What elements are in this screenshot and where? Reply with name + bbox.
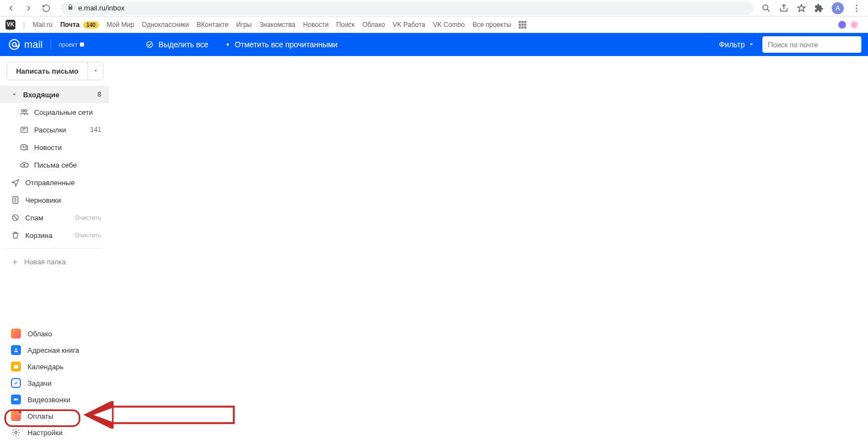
browser-menu-icon[interactable]	[851, 3, 861, 13]
contacts-icon	[11, 345, 21, 355]
svg-point-19	[15, 431, 17, 434]
bm-vkcombo[interactable]: VK Combo	[433, 21, 465, 29]
people-icon	[20, 108, 29, 116]
logo-text: mail	[24, 39, 43, 51]
folder-trash[interactable]: Корзина Очистить	[0, 226, 109, 244]
share-icon[interactable]	[779, 3, 789, 13]
star-icon[interactable]	[796, 3, 806, 13]
bm-mailru[interactable]: Mail.ru	[32, 21, 52, 29]
folder-count: 8	[97, 91, 101, 98]
logo-separator	[51, 40, 51, 49]
app-contacts[interactable]: Адресная книга	[0, 342, 109, 358]
message-list-area	[109, 56, 868, 444]
folder-spam[interactable]: Спам Очистить	[0, 209, 109, 226]
folder-count: 141	[90, 126, 101, 134]
folder-label: Отправленные	[25, 179, 101, 187]
bm-oblako[interactable]: Облако	[362, 21, 385, 29]
spam-icon	[11, 213, 20, 222]
folder-label: Входящие	[23, 91, 92, 99]
app-settings[interactable]: Настройки	[0, 424, 109, 441]
app-label: Облако	[28, 330, 52, 338]
address-bar[interactable]: e.mail.ru/inbox	[61, 2, 754, 15]
folder-sent[interactable]: Отправленные	[0, 174, 109, 191]
svg-point-0	[763, 5, 768, 10]
plus-icon	[11, 258, 19, 266]
mail-logo[interactable]: mail проект	[0, 38, 85, 51]
folder-newsletters[interactable]: Рассылки 141	[0, 121, 109, 138]
folder-inbox[interactable]: Входящие 8	[0, 86, 109, 103]
video-icon	[11, 395, 21, 404]
mark-read-label: Отметить все прочитанными	[235, 40, 338, 49]
folder-label: Спам	[25, 214, 69, 222]
bm-vkontakte[interactable]: ВКонтакте	[197, 21, 229, 29]
marusya-icon[interactable]	[850, 21, 858, 29]
svg-point-8	[227, 43, 229, 46]
folder-to-self[interactable]: Письма себе	[0, 156, 109, 174]
bm-vseproekty[interactable]: Все проекты	[473, 21, 511, 29]
folder-news[interactable]: Новости	[0, 138, 109, 156]
search-input[interactable]	[768, 41, 860, 49]
new-folder-label: Новая папка	[24, 258, 66, 266]
extensions-icon[interactable]	[814, 3, 824, 13]
back-button[interactable]	[4, 2, 18, 15]
gear-icon	[11, 428, 21, 437]
at-icon	[8, 38, 21, 51]
folder-social[interactable]: Социальные сети	[0, 103, 109, 121]
mail-header: mail проект Выделить все Отметить все пр…	[0, 33, 868, 56]
svg-rect-6	[80, 42, 84, 47]
bottom-apps: Облако Адресная книга Календарь Задачи В…	[0, 323, 109, 444]
calendar-icon	[11, 362, 21, 371]
separator: |	[23, 20, 25, 29]
bm-znakomstva[interactable]: Знакомства	[260, 21, 295, 29]
svg-point-10	[21, 109, 24, 112]
atom-icon[interactable]	[838, 21, 846, 29]
app-calendar[interactable]: Календарь	[0, 358, 109, 375]
browser-toolbar: e.mail.ru/inbox А	[0, 0, 868, 16]
select-all-button[interactable]: Выделить все	[145, 40, 208, 49]
bm-novosti[interactable]: Новости	[303, 21, 328, 29]
zoom-icon[interactable]	[761, 3, 771, 13]
app-label: Настройки	[28, 429, 63, 437]
bm-moimir[interactable]: Мой Мир	[107, 21, 134, 29]
reload-button[interactable]	[40, 2, 53, 15]
app-tasks[interactable]: Задачи	[0, 375, 109, 391]
vk-icon[interactable]: VK	[6, 20, 15, 30]
search-box[interactable]	[762, 36, 861, 53]
compose-dropdown[interactable]	[87, 62, 103, 80]
app-label: Задачи	[28, 379, 52, 387]
select-all-label: Выделить все	[158, 40, 208, 49]
mark-read-button[interactable]: Отметить все прочитанными	[225, 40, 338, 49]
bm-poisk[interactable]: Поиск	[336, 21, 354, 29]
compose-button[interactable]: Написать письмо	[7, 62, 87, 80]
sent-icon	[11, 178, 20, 187]
forward-button[interactable]	[22, 2, 35, 15]
bm-pochta[interactable]: Почта 140	[60, 21, 98, 29]
clear-spam-link[interactable]: Очистить	[75, 214, 101, 221]
folder-label: Письма себе	[34, 161, 101, 169]
news-icon	[20, 143, 29, 152]
bm-vkrabota[interactable]: VK Работа	[393, 21, 425, 29]
svg-point-7	[147, 42, 153, 48]
apps-grid-icon[interactable]	[519, 21, 526, 29]
cloud-icon	[11, 329, 21, 338]
svg-rect-17	[14, 365, 18, 369]
profile-avatar[interactable]: А	[832, 2, 844, 14]
bm-igry[interactable]: Игры	[236, 21, 251, 29]
chevron-down-icon	[93, 68, 98, 74]
drafts-icon	[11, 196, 20, 204]
new-folder-button[interactable]: Новая папка	[0, 253, 109, 270]
app-label: Оплаты	[28, 412, 53, 420]
svg-point-11	[25, 109, 27, 112]
app-cloud[interactable]: Облако	[0, 325, 109, 342]
bm-odnoklassniki[interactable]: Одноклассники	[142, 21, 189, 29]
project-label: проект	[59, 41, 85, 48]
bm-pochta-label: Почта	[60, 21, 79, 29]
folder-list: Входящие 8 Социальные сети Рассылки 141 …	[0, 86, 109, 244]
filter-button[interactable]: Фильтр	[719, 40, 755, 49]
divider	[7, 248, 102, 249]
app-payments[interactable]: Оплаты	[0, 408, 109, 424]
app-video[interactable]: Видеозвонки	[0, 391, 109, 408]
clear-trash-link[interactable]: Очистить	[75, 232, 101, 238]
folder-drafts[interactable]: Черновики	[0, 191, 109, 209]
circle-icon	[225, 42, 230, 47]
